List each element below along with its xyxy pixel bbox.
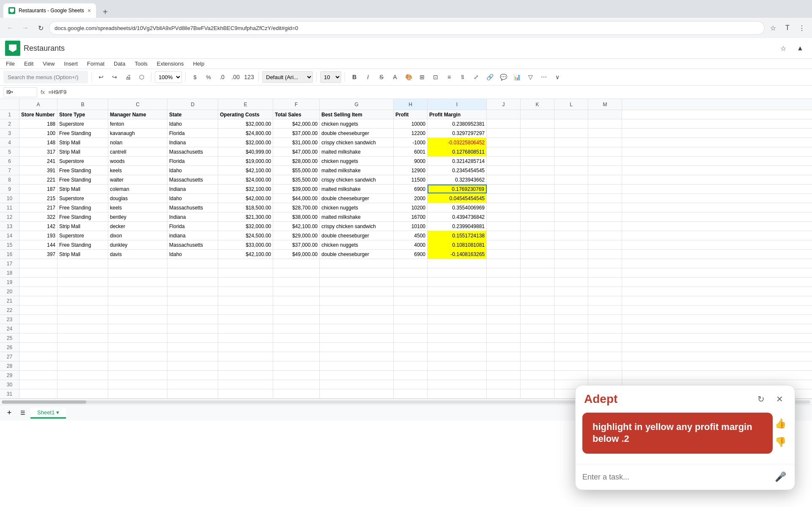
cell-7-K[interactable]: [521, 166, 554, 175]
cell-5-J[interactable]: [487, 147, 521, 156]
cell-7-M[interactable]: [588, 166, 622, 175]
cell-16-F[interactable]: $49,000.00: [273, 250, 320, 259]
cell-2-I[interactable]: 0.2380952381: [428, 119, 487, 128]
cell-10-M[interactable]: [588, 194, 622, 203]
cell-4-H[interactable]: -1000: [394, 138, 428, 147]
col-header-E[interactable]: E: [218, 99, 273, 110]
cell-2-K[interactable]: [521, 119, 554, 128]
cell-15-D[interactable]: Massachusetts: [167, 240, 218, 249]
cell-15-I[interactable]: 0.1081081081: [428, 240, 487, 249]
cell-16-E[interactable]: $42,100.00: [218, 250, 273, 259]
cell-12-J[interactable]: [487, 212, 521, 221]
cell-12-C[interactable]: bentley: [108, 212, 167, 221]
cell-16-J[interactable]: [487, 250, 521, 259]
cell-2-H[interactable]: 10000: [394, 119, 428, 128]
menu-edit[interactable]: Edit: [20, 59, 38, 69]
cell-6-H[interactable]: 9000: [394, 157, 428, 165]
cell-8-J[interactable]: [487, 175, 521, 184]
cell-4-F[interactable]: $31,000.00: [273, 138, 320, 147]
menu-file[interactable]: File: [2, 59, 19, 69]
cell-10-C[interactable]: douglas: [108, 194, 167, 203]
cell-1-I[interactable]: Profit Margin: [428, 110, 487, 119]
cell-1-L[interactable]: [554, 110, 588, 119]
cell-11-M[interactable]: [588, 203, 622, 212]
adept-refresh-button[interactable]: ↻: [754, 392, 768, 406]
sheet-list-button[interactable]: ☰: [17, 407, 29, 419]
valign-button[interactable]: ⥮: [457, 71, 469, 83]
cell-5-B[interactable]: Strip Mall: [58, 147, 108, 156]
cell-11-F[interactable]: $28,700.00: [273, 203, 320, 212]
cell-14-A[interactable]: 193: [19, 231, 58, 240]
borders-button[interactable]: ⊞: [416, 71, 428, 83]
drive-icon[interactable]: ▲: [793, 41, 807, 55]
menu-extensions[interactable]: Extensions: [153, 59, 188, 69]
cell-7-H[interactable]: 12900: [394, 166, 428, 175]
cell-14-D[interactable]: indiana: [167, 231, 218, 240]
profile-icon[interactable]: T: [781, 21, 794, 35]
address-bar[interactable]: docs.google.com/spreadsheets/d/10Vg2Vbll…: [49, 21, 765, 35]
cell-14-H[interactable]: 4500: [394, 231, 428, 240]
menu-data[interactable]: Data: [110, 59, 129, 69]
cell-6-B[interactable]: Superstore: [58, 157, 108, 165]
cell-14-I[interactable]: 0.1551724138: [428, 231, 487, 240]
col-header-G[interactable]: G: [320, 99, 394, 110]
cell-2-C[interactable]: fenton: [108, 119, 167, 128]
cell-9-F[interactable]: $39,000.00: [273, 185, 320, 193]
cell-15-C[interactable]: dunkley: [108, 240, 167, 249]
decimal-dec-button[interactable]: .0: [216, 71, 228, 83]
cell-16-G[interactable]: double cheeseburger: [320, 250, 394, 259]
cell-9-L[interactable]: [554, 185, 588, 193]
cell-1-A[interactable]: Store Number: [19, 110, 58, 119]
cell-6-C[interactable]: woods: [108, 157, 167, 165]
cell-9-H[interactable]: 6900: [394, 185, 428, 193]
adept-thumbs-down-button[interactable]: 👎: [773, 435, 788, 450]
cell-10-A[interactable]: 215: [19, 194, 58, 203]
cell-8-F[interactable]: $35,500.00: [273, 175, 320, 184]
cell-2-J[interactable]: [487, 119, 521, 128]
cell-10-J[interactable]: [487, 194, 521, 203]
cell-8-L[interactable]: [554, 175, 588, 184]
cell-2-B[interactable]: Superstore: [58, 119, 108, 128]
cell-9-I[interactable]: 0.1769230769: [428, 185, 487, 193]
strikethrough-button[interactable]: S: [376, 71, 387, 83]
adept-task-input[interactable]: [582, 473, 769, 482]
cell-8-D[interactable]: Massachusetts: [167, 175, 218, 184]
cell-12-M[interactable]: [588, 212, 622, 221]
cell-4-A[interactable]: 148: [19, 138, 58, 147]
comment-button[interactable]: 💬: [497, 71, 509, 83]
cell-10-I[interactable]: 0.04545454545: [428, 194, 487, 203]
cell-7-F[interactable]: $55,000.00: [273, 166, 320, 175]
tab-close-icon[interactable]: ×: [88, 7, 91, 14]
cell-4-L[interactable]: [554, 138, 588, 147]
cell-8-I[interactable]: 0.323943662: [428, 175, 487, 184]
cell-4-D[interactable]: Indiana: [167, 138, 218, 147]
cell-3-D[interactable]: Florida: [167, 129, 218, 138]
text-rotate-button[interactable]: ⤢: [470, 71, 482, 83]
align-button[interactable]: ≡: [443, 71, 455, 83]
cell-3-C[interactable]: kavanaugh: [108, 129, 167, 138]
cell-15-L[interactable]: [554, 240, 588, 249]
cell-14-F[interactable]: $29,000.00: [273, 231, 320, 240]
starred-icon[interactable]: ☆: [776, 41, 790, 55]
cell-6-I[interactable]: 0.3214285714: [428, 157, 487, 165]
new-tab-button[interactable]: +: [99, 6, 111, 18]
cell-1-E[interactable]: Operating Costs: [218, 110, 273, 119]
menu-icon[interactable]: ⋮: [795, 21, 809, 35]
cell-13-E[interactable]: $32,000.00: [218, 222, 273, 231]
cell-9-C[interactable]: coleman: [108, 185, 167, 193]
cell-2-D[interactable]: Idaho: [167, 119, 218, 128]
formula-content[interactable]: =H9/F9: [48, 89, 809, 95]
cell-12-I[interactable]: 0.4394736842: [428, 212, 487, 221]
menu-view[interactable]: View: [38, 59, 59, 69]
col-header-B[interactable]: B: [58, 99, 108, 110]
cell-4-I[interactable]: -0.03225806452: [428, 138, 487, 147]
forward-button[interactable]: →: [19, 21, 32, 35]
cell-3-H[interactable]: 12200: [394, 129, 428, 138]
cell-8-B[interactable]: Free Standing: [58, 175, 108, 184]
fill-color-button[interactable]: 🎨: [403, 71, 414, 83]
filter-button[interactable]: ▽: [524, 71, 536, 83]
font-size-select[interactable]: 10: [320, 71, 341, 83]
adept-close-button[interactable]: ✕: [773, 392, 786, 406]
col-header-I[interactable]: I: [428, 99, 487, 110]
cell-6-D[interactable]: Florida: [167, 157, 218, 165]
